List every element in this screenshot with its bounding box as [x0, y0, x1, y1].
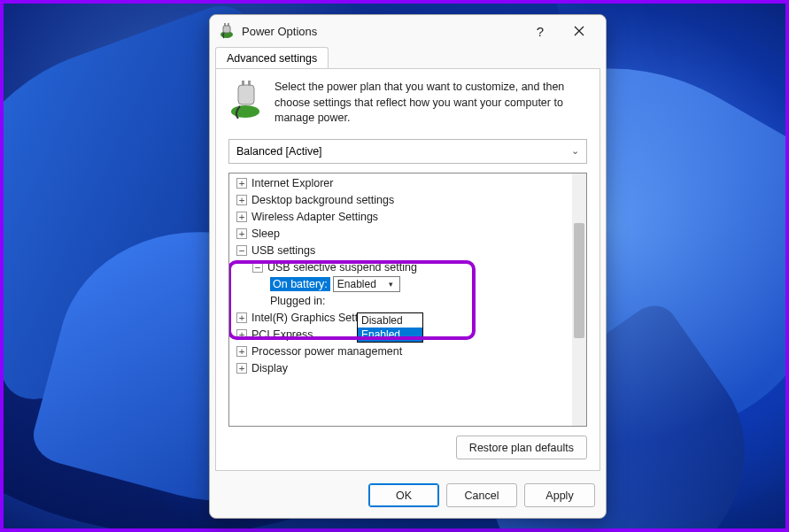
tree-item-usb-selective-suspend[interactable]: −USB selective suspend setting	[233, 259, 572, 276]
expand-icon[interactable]: +	[236, 178, 247, 189]
svg-rect-7	[248, 81, 251, 86]
power-options-dialog: Power Options ? Advanced settings Select…	[209, 14, 607, 519]
svg-rect-6	[242, 81, 244, 86]
tree-item-wireless-adapter[interactable]: +Wireless Adapter Settings	[233, 209, 572, 226]
collapse-icon[interactable]: −	[252, 262, 263, 273]
power-options-icon	[219, 23, 235, 39]
collapse-icon[interactable]: −	[236, 245, 247, 256]
battery-plug-icon	[228, 80, 266, 127]
tree-item-processor-power[interactable]: +Processor power management	[233, 343, 572, 360]
scrollbar-thumb[interactable]	[574, 223, 584, 338]
tabstrip: Advanced settings	[210, 46, 606, 68]
cancel-button[interactable]: Cancel	[446, 483, 517, 507]
close-button[interactable]	[560, 18, 599, 44]
help-button[interactable]: ?	[521, 18, 560, 44]
tree-item-on-battery[interactable]: On battery: Enabled ▾	[233, 276, 572, 293]
tree-scrollbar[interactable]	[572, 173, 586, 427]
expand-icon[interactable]: +	[236, 195, 247, 205]
tab-advanced-settings[interactable]: Advanced settings	[215, 47, 329, 69]
svg-rect-5	[238, 85, 254, 104]
expand-icon[interactable]: +	[236, 329, 247, 340]
on-battery-dropdown-list: Disabled Enabled	[357, 312, 423, 343]
power-plan-select[interactable]: Balanced [Active] ⌄	[228, 139, 587, 164]
tree-item-display[interactable]: +Display	[233, 360, 572, 377]
dialog-buttons: OK Cancel Apply	[210, 476, 606, 518]
on-battery-combo[interactable]: Enabled ▾	[333, 276, 400, 292]
expand-icon[interactable]: +	[236, 228, 247, 239]
ok-button[interactable]: OK	[368, 483, 439, 507]
tree-item-plugged-in[interactable]: Plugged in:	[233, 293, 572, 310]
expand-icon[interactable]: +	[236, 312, 247, 323]
expand-icon[interactable]: +	[236, 346, 247, 357]
tree-item-usb-settings[interactable]: −USB settings	[233, 243, 572, 259]
svg-rect-1	[223, 26, 230, 33]
tree-item-desktop-background[interactable]: +Desktop background settings	[233, 192, 572, 209]
tab-body: Select the power plan that you want to c…	[215, 68, 600, 471]
tree-item-sleep[interactable]: +Sleep	[233, 226, 572, 243]
chevron-down-icon: ▾	[385, 280, 398, 289]
dropdown-option-enabled[interactable]: Enabled	[358, 328, 422, 342]
restore-defaults-button[interactable]: Restore plan defaults	[456, 436, 587, 459]
expand-icon[interactable]: +	[236, 212, 247, 222]
dialog-title: Power Options	[242, 25, 521, 38]
expand-icon[interactable]: +	[236, 363, 247, 374]
svg-point-4	[231, 105, 259, 118]
tree-item-internet-explorer[interactable]: +Internet Explorer	[233, 175, 572, 192]
plugged-in-label: Plugged in:	[270, 295, 326, 307]
chevron-down-icon: ⌄	[571, 145, 579, 157]
dropdown-option-disabled[interactable]: Disabled	[358, 313, 422, 328]
titlebar: Power Options ?	[210, 15, 606, 47]
dialog-description: Select the power plan that you want to c…	[275, 80, 587, 127]
settings-tree: +Internet Explorer +Desktop background s…	[228, 173, 587, 428]
apply-button[interactable]: Apply	[524, 483, 595, 507]
on-battery-label: On battery:	[270, 277, 330, 291]
power-plan-value: Balanced [Active]	[236, 145, 322, 158]
